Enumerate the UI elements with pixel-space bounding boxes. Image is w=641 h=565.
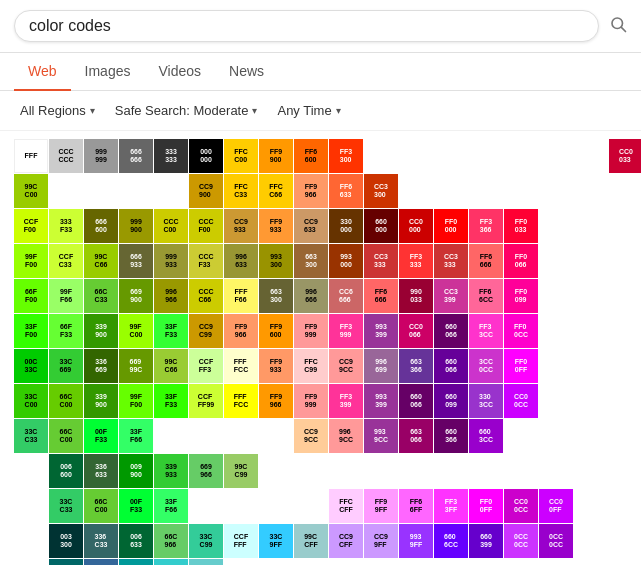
color-cell: FF99FF: [364, 489, 398, 523]
color-cell: 993399: [364, 314, 398, 348]
color-cell: FFCC00: [224, 139, 258, 173]
color-cell-empty: [154, 174, 188, 208]
color-cell: FF00FF: [504, 349, 538, 383]
tab-images[interactable]: Images: [71, 53, 145, 91]
color-cell-empty: [609, 209, 641, 243]
color-cell: 66FF33: [49, 314, 83, 348]
color-cell: FF0066: [504, 244, 538, 278]
color-cell: FF33CC: [469, 314, 503, 348]
color-cell-empty: [14, 454, 48, 488]
color-cell: 993399: [364, 384, 398, 418]
color-cell: CCFFFF: [224, 524, 258, 558]
color-cell: 006633: [119, 524, 153, 558]
color-cell-empty: [504, 419, 538, 453]
color-cell-empty: [294, 559, 328, 565]
color-cell-empty: [364, 559, 398, 565]
color-cell: 669966: [189, 454, 223, 488]
filter-safe-search[interactable]: Safe Search: Moderate ▾: [109, 99, 264, 122]
color-cell-empty: [609, 174, 641, 208]
color-cell: FF9933: [259, 209, 293, 243]
color-cell: 666933: [119, 244, 153, 278]
color-cell-empty: [574, 209, 608, 243]
color-cell: CC3300: [364, 174, 398, 208]
color-cell: 66CC99: [189, 559, 223, 565]
color-cell: 66CC00: [84, 489, 118, 523]
search-button[interactable]: [609, 15, 627, 38]
color-cell-empty: [434, 139, 468, 173]
color-cell: 99FC00: [119, 314, 153, 348]
color-cell: CCFFF99: [189, 384, 223, 418]
color-cell: 003300: [49, 524, 83, 558]
color-cell: 333F33: [49, 209, 83, 243]
color-cell-empty: [259, 419, 293, 453]
color-cell-empty: [364, 139, 398, 173]
color-cell: 669900: [119, 279, 153, 313]
color-cell: 66CC00: [49, 419, 83, 453]
color-cell-empty: [609, 419, 641, 453]
color-cell: 006600: [49, 454, 83, 488]
color-cell: FF33FF: [434, 489, 468, 523]
search-input[interactable]: [29, 17, 584, 35]
color-cell-empty: [539, 349, 573, 383]
color-cell: FF9999: [294, 384, 328, 418]
filter-all-regions[interactable]: All Regions ▾: [14, 99, 101, 122]
color-cell-empty: [574, 384, 608, 418]
color-cell-empty: [609, 524, 641, 558]
color-cell: 6606CC: [434, 524, 468, 558]
color-cell: CC00FF: [539, 489, 573, 523]
color-cell-empty: [14, 489, 48, 523]
filter-any-time[interactable]: Any Time ▾: [271, 99, 346, 122]
color-cell: 993000: [329, 244, 363, 278]
color-cell-empty: [504, 559, 538, 565]
color-cell: 330000: [329, 209, 363, 243]
color-cell: 99FF00: [14, 244, 48, 278]
search-input-wrapper: [14, 10, 599, 42]
tab-news[interactable]: News: [215, 53, 278, 91]
color-cell: 33CC00: [14, 384, 48, 418]
color-cell: FF3300: [329, 139, 363, 173]
color-cell: 9939CC: [364, 419, 398, 453]
color-cell: CC9933: [224, 209, 258, 243]
color-cell: CC6666: [329, 279, 363, 313]
color-cell: 66CC33: [84, 279, 118, 313]
color-cell: FFFF66: [224, 279, 258, 313]
color-cell: 666600: [84, 209, 118, 243]
color-cell-empty: [469, 139, 503, 173]
color-cell-empty: [539, 419, 573, 453]
color-cell: 6603CC: [469, 419, 503, 453]
color-cell: 663066: [399, 419, 433, 453]
color-cell-empty: [609, 454, 641, 488]
color-cell: CC9CFF: [329, 524, 363, 558]
color-cell: 006600: [49, 559, 83, 565]
color-cell: 660066: [434, 349, 468, 383]
color-grid: FFF CCCCCC 999999 666666 333333 000000 F…: [14, 139, 627, 565]
color-cell: CC0066: [399, 314, 433, 348]
color-cell-empty: [574, 314, 608, 348]
color-cell: FF66CC: [469, 279, 503, 313]
color-cell: FF00CC: [504, 314, 538, 348]
tab-web[interactable]: Web: [14, 53, 71, 91]
color-cell-empty: [469, 454, 503, 488]
tab-videos[interactable]: Videos: [144, 53, 215, 91]
color-cell: FF9999: [294, 314, 328, 348]
color-cell-empty: [609, 279, 641, 313]
color-cell: 339933: [154, 454, 188, 488]
color-cell: FFF: [14, 139, 48, 173]
color-cell: 660366: [434, 419, 468, 453]
color-cell: CC0033: [609, 139, 641, 173]
color-cell: 33CC33: [14, 419, 48, 453]
color-cell: CC9900: [189, 174, 223, 208]
color-cell: FF6633: [329, 174, 363, 208]
color-cell-empty: [504, 454, 538, 488]
color-cell: 339900: [84, 384, 118, 418]
color-cell-empty: [609, 559, 641, 565]
color-cell: CC9633: [294, 209, 328, 243]
color-cell: FF0033: [504, 209, 538, 243]
color-cell-empty: [574, 524, 608, 558]
color-cell-empty: [399, 454, 433, 488]
color-cell: 33C9FF: [259, 524, 293, 558]
color-cell-empty: [539, 384, 573, 418]
color-cell: CCCF00: [189, 209, 223, 243]
color-cell-empty: [119, 174, 153, 208]
color-cell: FFCCFF: [329, 489, 363, 523]
